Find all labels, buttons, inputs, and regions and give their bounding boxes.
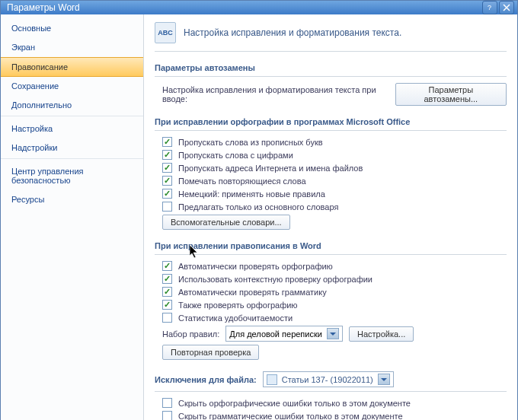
help-icon: ? [486, 4, 494, 11]
content-header: ABC Настройка исправления и форматирован… [155, 22, 507, 52]
check-hide-spelling-label: Скрыть орфографические ошибки только в э… [178, 399, 411, 408]
rules-dropdown[interactable]: Для деловой переписки [225, 326, 343, 342]
section-word-spelling: При исправлении правописания в Word Авто… [155, 237, 507, 360]
section-exceptions-title: Исключения для файла: [155, 375, 257, 384]
check-hide-grammar-label: Скрыть грамматические ошибки только в эт… [178, 412, 403, 421]
help-button[interactable]: ? [482, 1, 497, 14]
check-hide-grammar[interactable] [162, 411, 172, 420]
sidebar: Основные Экран Правописание Сохранение Д… [1, 14, 144, 420]
window-title: Параметры Word [4, 2, 482, 13]
check-numbers[interactable] [162, 150, 172, 160]
svg-text:?: ? [488, 4, 491, 11]
chevron-down-icon [327, 328, 339, 339]
check-auto-spell-label: Автоматически проверять орфографию [178, 262, 333, 271]
check-internet[interactable] [162, 163, 172, 173]
check-grammar-label: Автоматически проверять грамматику [178, 288, 327, 297]
section-office-spelling: При исправлении орфографии в программах … [155, 113, 507, 230]
sidebar-item-advanced[interactable]: Дополнительно [1, 96, 143, 116]
section-word-title: При исправлении правописания в Word [155, 237, 507, 255]
check-hide-spelling[interactable] [162, 398, 172, 408]
custom-dictionaries-button[interactable]: Вспомогательные словари... [162, 215, 290, 230]
check-readability-label: Статистика удобочитаемости [178, 313, 293, 323]
section-office-title: При исправлении орфографии в программах … [155, 113, 507, 131]
titlebar-buttons: ? [482, 1, 514, 14]
sidebar-item-display[interactable]: Экран [1, 38, 143, 57]
section-autocorrect: Параметры автозамены Настройка исправлен… [155, 59, 507, 106]
content-panel: ABC Настройка исправления и форматирован… [144, 14, 517, 420]
content-title: Настройка исправления и форматирования т… [184, 27, 401, 38]
exceptions-file-value: Статьи 137- (19022011) [282, 375, 373, 384]
rules-label: Набор правил: [162, 329, 219, 339]
close-button[interactable] [499, 1, 514, 14]
document-icon [267, 374, 277, 385]
titlebar: Параметры Word ? [1, 1, 517, 14]
check-internet-label: Пропускать адреса Интернета и имена файл… [178, 164, 363, 173]
chevron-down-icon [378, 374, 390, 385]
sidebar-item-proofing[interactable]: Правописание [1, 57, 143, 77]
sidebar-item-resources[interactable]: Ресурсы [1, 190, 143, 209]
dialog-body: Основные Экран Правописание Сохранение Д… [1, 14, 517, 420]
section-exceptions-title-row: Исключения для файла: Статьи 137- (19022… [155, 368, 507, 392]
check-also-spell-label: Также проверять орфографию [178, 301, 298, 310]
section-autocorrect-title: Параметры автозамены [155, 59, 507, 77]
grammar-settings-button[interactable]: Настройка... [349, 326, 414, 342]
check-auto-spell[interactable] [162, 261, 172, 271]
check-german-label: Немецкий: применять новые правила [178, 189, 325, 199]
autocorrect-options-button[interactable]: Параметры автозамены... [395, 83, 507, 106]
check-numbers-label: Пропускать слова с цифрами [178, 151, 293, 160]
check-uppercase-label: Пропускать слова из прописных букв [178, 138, 323, 147]
check-grammar[interactable] [162, 287, 172, 297]
options-dialog: Параметры Word ? Основные Экран Правопис… [0, 0, 518, 420]
check-german[interactable] [162, 189, 172, 199]
check-repeated-label: Помечать повторяющиеся слова [178, 177, 306, 186]
check-contextual[interactable] [162, 274, 172, 284]
sidebar-item-save[interactable]: Сохранение [1, 77, 143, 96]
autocorrect-description: Настройка исправления и форматирования т… [162, 85, 389, 103]
sidebar-item-addins[interactable]: Надстройки [1, 138, 143, 159]
check-also-spell[interactable] [162, 300, 172, 310]
check-main-dict[interactable] [162, 202, 172, 212]
recheck-button[interactable]: Повторная проверка [162, 345, 259, 360]
check-uppercase[interactable] [162, 137, 172, 147]
check-main-dict-label: Предлагать только из основного словаря [178, 202, 338, 212]
sidebar-item-trust-center[interactable]: Центр управления безопасностью [1, 162, 143, 190]
rules-value: Для деловой переписки [229, 329, 322, 339]
autocorrect-row: Настройка исправления и форматирования т… [162, 83, 507, 106]
check-repeated[interactable] [162, 176, 172, 186]
proofing-icon: ABC [155, 22, 176, 43]
close-icon [503, 4, 510, 11]
exceptions-file-dropdown[interactable]: Статьи 137- (19022011) [263, 371, 394, 387]
sidebar-item-customize[interactable]: Настройка [1, 119, 143, 138]
section-exceptions: Исключения для файла: Статьи 137- (19022… [155, 368, 507, 420]
check-readability[interactable] [162, 313, 172, 323]
sidebar-item-general[interactable]: Основные [1, 19, 143, 38]
check-contextual-label: Использовать контекстную проверку орфогр… [178, 275, 373, 284]
